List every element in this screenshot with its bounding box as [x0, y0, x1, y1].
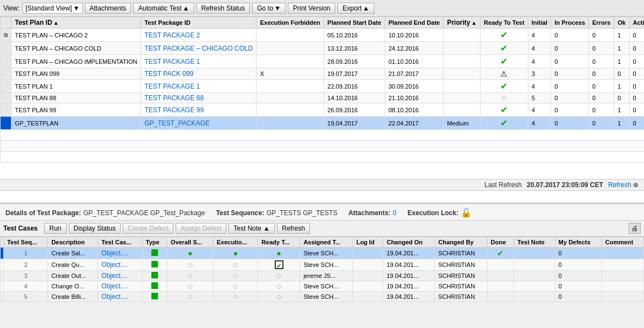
test-package-id-cell[interactable]: GP_TEST_PACKAGE	[141, 117, 256, 130]
test-package-id-cell[interactable]: TEST PACKAGE 99	[141, 103, 256, 117]
errors-cell: 0	[589, 68, 614, 80]
errors-cell: 0	[589, 117, 614, 130]
col-in-process[interactable]: In Process	[551, 17, 589, 29]
ready-t-cell: ◇	[258, 292, 300, 302]
col-execution-forbidden[interactable]: Execution Forbidden	[256, 17, 324, 29]
col-errors[interactable]: Errors	[589, 17, 614, 29]
col-changed-by[interactable]: Changed By	[435, 237, 487, 248]
test-note-button[interactable]: Test Note ▲	[228, 223, 275, 234]
errors-cell: 0	[589, 42, 614, 55]
type-cell	[142, 281, 167, 292]
row-selector	[1, 93, 12, 103]
col-initial[interactable]: Initial	[528, 17, 551, 29]
col-planned-start[interactable]: Planned Start Date	[324, 17, 385, 29]
table-row[interactable]: TEST PLAN 88 TEST PACKAGE 88 14.10.2016 …	[1, 93, 645, 103]
col-changed-on[interactable]: Changed On	[383, 237, 435, 248]
table-row[interactable]: 3 Create Out... Object.... ◇ ◇ ◇ jereme …	[1, 271, 644, 281]
table-row[interactable]: TEST PLAN 99 TEST PACKAGE 99 26.09.2016 …	[1, 103, 645, 117]
col-planned-end[interactable]: Planned End Date	[385, 17, 444, 29]
table-row[interactable]: 4 Change O... Object.... ◇ ◇ ◇ Steve SCH…	[1, 281, 644, 292]
refresh-link[interactable]: Refresh	[608, 181, 631, 189]
copy-icon: ⧉	[4, 32, 8, 38]
ready-to-test-cell: ◇	[481, 93, 528, 103]
col-overall-s[interactable]: Overall S...	[167, 237, 214, 248]
test-package-id-cell[interactable]: TEST PACKAGE – CHICAGO COLD	[141, 42, 256, 55]
table-row-empty	[1, 130, 645, 141]
col-ok[interactable]: Ok	[614, 17, 630, 29]
execution-lock-item: Execution Lock: 🔓	[407, 207, 472, 218]
table-row-empty	[1, 141, 645, 152]
display-status-button[interactable]: Display Status	[69, 223, 121, 234]
col-priority[interactable]: Priority ▲	[444, 17, 481, 29]
print-version-button[interactable]: Print Version	[288, 3, 335, 14]
export-button[interactable]: Export ▲	[337, 3, 374, 14]
test-package-id-cell[interactable]: TEST PACKAGE 2	[141, 29, 256, 42]
priority-cell	[444, 68, 481, 80]
ready-to-test-cell: ✔	[481, 103, 528, 117]
active-defects-cell: 0	[629, 103, 644, 117]
view-select[interactable]: [Standard View] ▼	[23, 3, 82, 14]
col-my-defects[interactable]: My Defects	[555, 237, 602, 248]
col-description[interactable]: Description	[48, 237, 98, 248]
table-row[interactable]: 5 Create Billi... Object.... ◇ ◇ ◇ Steve…	[1, 292, 644, 302]
overall-s-cell: ◇	[167, 271, 214, 281]
assigned-t-cell: Steve SCH...	[300, 259, 353, 271]
test-cases-title: Test Cases	[3, 225, 37, 232]
top-table-wrapper[interactable]: Test Plan ID ▲ Test Package ID Execution…	[0, 17, 644, 179]
attachments-button[interactable]: Attachments	[85, 3, 132, 14]
table-row[interactable]: TEST PLAN 1 TEST PACKAGE 1 22.09.2016 30…	[1, 80, 645, 93]
selected-indicator	[1, 117, 12, 130]
table-row-empty	[1, 152, 645, 163]
in-process-cell: 0	[551, 103, 589, 117]
ok-cell: 1	[614, 117, 630, 130]
col-done[interactable]: Done	[487, 237, 514, 248]
automatic-test-button[interactable]: Automatic Test ▲	[133, 3, 194, 14]
table-row[interactable]: TEST PLAN – CHICAGO IMPLEMENTATION TEST …	[1, 55, 645, 68]
refresh-button[interactable]: Refresh	[277, 223, 310, 234]
print-icon[interactable]: 🖨	[629, 223, 641, 234]
planned-end-cell: 24.12.2016	[385, 42, 444, 55]
test-package-id-cell[interactable]: TEST PACK 099	[141, 68, 256, 80]
attachments-count[interactable]: 0	[393, 209, 397, 217]
table-row[interactable]: 1 Create Sal... Object.... ● ● ● Steve S…	[1, 248, 644, 259]
col-comment[interactable]: Comment	[602, 237, 643, 248]
test-note-cell	[514, 248, 555, 259]
in-process-cell: 0	[551, 55, 589, 68]
test-cases-table: Test Seq... Description Test Cas... Type…	[0, 237, 644, 302]
table-row[interactable]: 2 Create Qu... Object.... ◇ ◇ ✔ Steve SC…	[1, 259, 644, 271]
test-package-id-cell[interactable]: TEST PACKAGE 1	[141, 80, 256, 93]
col-active-defects[interactable]: Active Defects	[629, 17, 644, 29]
changed-by-cell: SCHRISTIAN	[435, 271, 487, 281]
seq-cell: 1	[4, 248, 48, 259]
col-type[interactable]: Type	[142, 237, 167, 248]
col-executio[interactable]: Executio...	[213, 237, 258, 248]
col-seq[interactable]: Test Seq...	[4, 237, 48, 248]
refresh-status-button[interactable]: Refresh Status	[197, 3, 250, 14]
assign-defect-button[interactable]: Assign Defect	[176, 223, 226, 234]
go-to-button[interactable]: Go to ▼	[252, 3, 286, 14]
in-process-cell: 0	[551, 80, 589, 93]
run-button[interactable]: Run	[44, 223, 66, 234]
col-assigned-t[interactable]: Assigned T...	[300, 237, 353, 248]
bottom-table-wrapper[interactable]: Test Seq... Description Test Cas... Type…	[0, 237, 644, 322]
assigned-t-cell: Steve SCH...	[300, 248, 353, 259]
executio-cell: ●	[213, 248, 258, 259]
col-test-note[interactable]: Test Note	[514, 237, 555, 248]
col-log-id[interactable]: Log Id	[353, 237, 383, 248]
log-id-cell	[353, 292, 383, 302]
col-test-plan-id[interactable]: Test Plan ID ▲	[12, 17, 141, 29]
col-ready-to-test[interactable]: Ready To Test	[481, 17, 528, 29]
col-ready-t[interactable]: Ready T...	[258, 237, 300, 248]
col-test-package-id[interactable]: Test Package ID	[141, 17, 256, 29]
table-row[interactable]: TEST PLAN – CHICAGO COLD TEST PACKAGE – …	[1, 42, 645, 55]
table-row[interactable]: GP_TESTPLAN GP_TEST_PACKAGE 19.04.2017 2…	[1, 117, 645, 130]
table-row[interactable]: ⧉ TEST PLAN – CHICAGO 2 TEST PACKAGE 2 0…	[1, 29, 645, 42]
errors-cell: 0	[589, 29, 614, 42]
col-test-cas[interactable]: Test Cas...	[98, 237, 142, 248]
test-cas-cell: Object....	[98, 292, 142, 302]
test-package-id-cell[interactable]: TEST PACKAGE 1	[141, 55, 256, 68]
table-row[interactable]: TEST PLAN 099 TEST PACK 099 X 19.07.2017…	[1, 68, 645, 80]
test-package-id-cell[interactable]: TEST PACKAGE 88	[141, 93, 256, 103]
test-cas-cell: Object....	[98, 281, 142, 292]
create-defect-button[interactable]: Create Defect	[123, 223, 173, 234]
